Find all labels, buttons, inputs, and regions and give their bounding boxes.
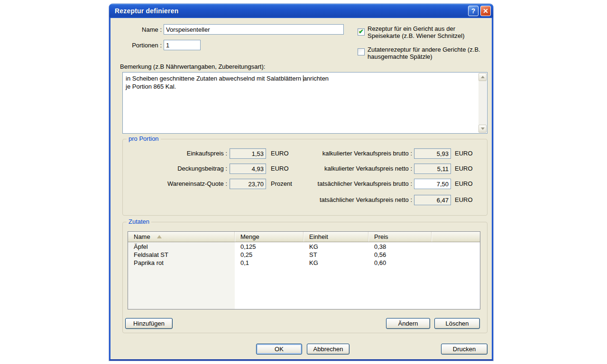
- table-row[interactable]: Äpfel 0,125 KG 0,38: [128, 243, 480, 251]
- vk-brutto-kalk-label: kalkulierter Verkaufspreis brutto :: [265, 150, 412, 157]
- delete-ingredient-button[interactable]: Löschen: [434, 318, 480, 329]
- table-row[interactable]: Paprika rot 0,1 KG 0,60: [128, 259, 480, 267]
- vk-netto-ist-unit: EURO: [455, 196, 473, 203]
- wareneinsatz-label: Wareneinsatz-Quote :: [128, 180, 227, 187]
- column-header-einheit[interactable]: Einheit: [304, 232, 368, 242]
- remark-scrollbar[interactable]: [478, 73, 487, 133]
- portions-input[interactable]: [164, 40, 201, 50]
- remark-textarea[interactable]: in Scheiben geschnittene Zutaten abwechs…: [122, 72, 487, 134]
- dialog-client-area: Name : Portionen : ✔ Rezeptur für ein Ge…: [110, 18, 492, 359]
- vk-brutto-ist-field[interactable]: [414, 179, 451, 189]
- scroll-up-icon: [481, 76, 485, 78]
- ok-button[interactable]: OK: [256, 344, 302, 355]
- remark-line2: je Portion 865 Kal.: [126, 82, 476, 91]
- ingredients-table: Name Menge Einheit Preis Äpfel 0,125 KG …: [128, 231, 480, 309]
- deckungsbeitrag-field[interactable]: [230, 164, 266, 174]
- zutaten-group: Zutaten Name Menge Einheit Preis Äpfel 0…: [122, 222, 487, 333]
- deckungsbeitrag-label: Deckungsbeitrag :: [128, 165, 227, 172]
- table-header-filler: [432, 232, 480, 242]
- dish-recipe-label[interactable]: Rezeptur für ein Gericht aus der Speisek…: [368, 25, 464, 39]
- vk-brutto-ist-unit: EURO: [455, 180, 473, 187]
- help-icon: ?: [471, 7, 476, 15]
- pro-portion-group: pro Portion Einkaufspreis : EURO kalkuli…: [122, 139, 487, 216]
- table-body: Äpfel 0,125 KG 0,38 Feldsalat ST 0,25 ST…: [128, 242, 480, 309]
- zutaten-title: Zutaten: [127, 218, 151, 225]
- ingredient-recipe-label[interactable]: Zutatenrezeptur für andere Gerichte (z.B…: [368, 46, 480, 60]
- vk-brutto-kalk-unit: EURO: [455, 150, 473, 157]
- edit-ingredient-button[interactable]: Ändern: [386, 318, 430, 329]
- table-header: Name Menge Einheit Preis: [128, 232, 480, 242]
- title-bar[interactable]: Rezeptur definieren ? ✕: [109, 4, 493, 18]
- name-label: Name :: [110, 26, 162, 33]
- column-header-name[interactable]: Name: [128, 232, 235, 242]
- ingredient-recipe-checkbox[interactable]: ✔: [358, 48, 365, 55]
- column-header-menge[interactable]: Menge: [235, 232, 304, 242]
- name-input[interactable]: [164, 24, 344, 35]
- scroll-down-button[interactable]: [478, 125, 487, 133]
- column-header-preis[interactable]: Preis: [368, 232, 432, 242]
- pro-portion-title: pro Portion: [127, 135, 161, 142]
- dish-recipe-checkbox[interactable]: ✔: [358, 28, 365, 36]
- vk-netto-kalk-label: kalkulierter Verkaufspreis netto :: [265, 165, 412, 172]
- dialog-title: Rezeptur definieren: [109, 7, 179, 15]
- remark-line1: in Scheiben geschnittene Zutaten abwechs…: [126, 74, 476, 82]
- vk-netto-kalk-field[interactable]: [414, 164, 451, 174]
- portions-label: Portionen :: [110, 42, 162, 49]
- add-ingredient-button[interactable]: Hinzufügen: [125, 318, 173, 329]
- scroll-up-button[interactable]: [478, 73, 487, 81]
- vk-brutto-kalk-field[interactable]: [414, 148, 451, 159]
- table-row[interactable]: Feldsalat ST 0,25 ST 0,56: [128, 251, 480, 259]
- rezeptur-definieren-dialog: Rezeptur definieren ? ✕ Name : Portionen…: [109, 4, 493, 361]
- sort-ascending-icon: [157, 235, 162, 238]
- einkaufspreis-label: Einkaufspreis :: [128, 150, 227, 157]
- cancel-button[interactable]: Abbrechen: [307, 344, 349, 355]
- vk-brutto-ist-label: tatsächlicher Verkaufspreis brutto :: [265, 180, 412, 187]
- vk-netto-ist-label: tatsächlicher Verkaufspreis netto :: [265, 196, 412, 203]
- help-button[interactable]: ?: [468, 6, 478, 16]
- wareneinsatz-field[interactable]: [230, 179, 266, 189]
- vk-netto-kalk-unit: EURO: [455, 165, 473, 172]
- remark-label: Bemerkung (z.B Nährwertangaben, Zubereit…: [120, 63, 265, 70]
- scroll-down-icon: [481, 127, 485, 130]
- print-button[interactable]: Drucken: [441, 344, 487, 355]
- vk-netto-ist-field[interactable]: [414, 195, 451, 205]
- einkaufspreis-field[interactable]: [230, 148, 266, 159]
- close-button[interactable]: ✕: [480, 6, 491, 16]
- check-icon: ✔: [359, 28, 364, 35]
- close-icon: ✕: [483, 7, 488, 15]
